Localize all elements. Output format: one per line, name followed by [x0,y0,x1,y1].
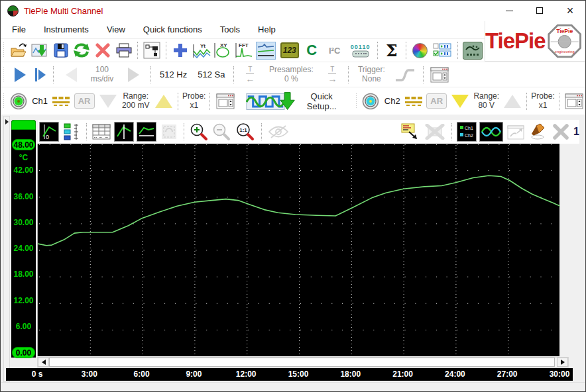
measure-settings-button[interactable] [428,66,451,84]
delete-comment-button[interactable] [423,122,447,142]
instrument-button[interactable] [463,41,483,60]
settings-window-icon [216,93,235,109]
zoom-out-button[interactable] [211,122,231,142]
print-button[interactable] [115,41,133,60]
xy-graph-button[interactable]: XY [213,41,232,60]
record-length-value[interactable]: 512 Sa [198,70,225,79]
svg-text:FFT: FFT [239,42,249,48]
toolbar-grip[interactable] [355,93,358,109]
minimize-button[interactable] [494,1,524,21]
zoom-in-button[interactable] [189,122,209,142]
axis-zero-button[interactable]: 0 [39,122,59,142]
maximize-icon [536,7,543,14]
y-axis[interactable]: 48.0042.0036.0030.0024.0018.0012.006.000… [11,120,36,358]
export-data-button[interactable] [30,41,49,60]
legend-button[interactable]: Ch1 Ch2 [457,122,477,142]
object-list-button[interactable] [432,41,452,60]
panel-collapse-strip[interactable] [3,116,10,382]
yt-graph-button[interactable]: Yt [192,41,211,60]
ch2-range-down-button[interactable] [451,92,469,111]
protocol-analyzer-button[interactable]: 00110 [348,41,373,60]
ch1-range-down-button[interactable] [99,92,117,111]
menu-quick-functions[interactable]: Quick functions [143,24,202,34]
ch2-settings-button[interactable] [564,92,584,111]
toolbar-separator [150,66,151,83]
toolbar-separator [184,123,184,140]
oneshot-button[interactable] [32,66,48,84]
object-tree-button[interactable] [143,41,161,60]
channel-offsets-button[interactable] [62,122,82,142]
clear-graph-button[interactable] [551,122,571,142]
fft-graph-button[interactable]: FFT [235,41,253,60]
play-icon [15,68,26,82]
refresh-button[interactable] [73,41,91,60]
timebase-slower-button[interactable] [58,66,84,84]
left-arrow-icon [66,68,77,82]
scroll-left-button[interactable] [38,358,49,367]
ch1-settings-button[interactable] [215,92,235,111]
gray-cross-icon [553,124,569,140]
menu-tools[interactable]: Tools [220,24,240,34]
menu-instruments[interactable]: Instruments [44,24,89,34]
close-button[interactable]: × [555,1,585,21]
menu-help[interactable]: Help [258,24,276,34]
y-tick-label: 18.00 [11,269,36,280]
y-axis-limit-handle[interactable]: 48.00 [12,139,35,150]
scroll-right-button[interactable] [557,358,568,367]
floppy-save-icon [53,42,69,58]
ch1-coupling-button[interactable] [52,92,70,111]
y-tick-label: 30.00 [11,217,36,228]
hide-source-button[interactable] [266,122,290,142]
zoom-reset-button[interactable]: 1:1 [234,122,257,142]
ch2-bnc-button[interactable] [362,92,380,111]
vertical-cursor-button[interactable] [114,122,134,142]
ch2-coupling-button[interactable] [405,92,423,111]
i2c-analyzer-button[interactable]: I²C [323,41,345,60]
ch2-range-up-button[interactable] [503,92,522,111]
add-comment-button[interactable] [400,122,420,142]
menu-file[interactable]: File [12,24,26,34]
eraser-button[interactable] [528,122,548,142]
open-file-button[interactable] [10,41,29,60]
scrollbar-thumb[interactable] [49,358,555,367]
y-tick-label: 6.00 [11,321,36,332]
maximize-button[interactable] [524,1,555,21]
delete-button[interactable] [93,41,112,60]
plot-area[interactable] [37,144,559,356]
trigger-slope-button[interactable] [392,66,418,84]
instrument-icon [463,42,483,60]
toolbar-grip[interactable] [3,42,6,58]
x-tick-label: 0 s [32,368,43,381]
x-axis[interactable]: 0 s3:006:009:0012:0015:0018:0021:0024:00… [6,368,573,381]
toolbar-grip[interactable] [3,93,5,109]
sample-rate-value[interactable]: 512 Hz [160,70,187,79]
x-tick-label: 30:00 [550,368,570,381]
colors-button[interactable] [411,41,430,60]
scrollbar-track[interactable] [49,358,557,367]
sum-button[interactable]: Σ [382,41,401,60]
horizontal-cursor-button[interactable] [137,122,156,142]
active-graph-button[interactable] [256,41,276,60]
zoom-window-button[interactable] [159,122,179,142]
value-table-button[interactable] [91,122,111,142]
presamples-increase-button[interactable]: T→ [323,66,341,84]
quick-setup-button[interactable]: Quick Setup... [246,92,346,111]
ch1-range-value: Range:200 mV [119,92,153,111]
toolbar-grip[interactable] [3,67,6,83]
menu-view[interactable]: View [107,24,125,34]
timebase-faster-button[interactable] [121,66,146,84]
ch2-autorange-button[interactable]: AR [426,93,447,109]
trace-colors-button[interactable] [479,122,503,142]
start-button[interactable] [10,66,30,84]
save-button[interactable] [52,41,70,60]
trigger-t-icon: T [246,66,254,74]
add-object-button[interactable] [171,41,190,60]
ch1-bnc-button[interactable] [9,92,27,111]
presamples-decrease-button[interactable]: T← [241,66,259,84]
popout-graph-button[interactable] [506,122,526,142]
y-axis-limit-handle[interactable]: 0.00 [12,347,35,358]
ch1-range-up-button[interactable] [154,92,173,111]
meter-button[interactable]: 123 [279,41,300,60]
ch1-autorange-button[interactable]: AR [74,93,95,109]
gauge-button[interactable]: C [302,41,321,60]
